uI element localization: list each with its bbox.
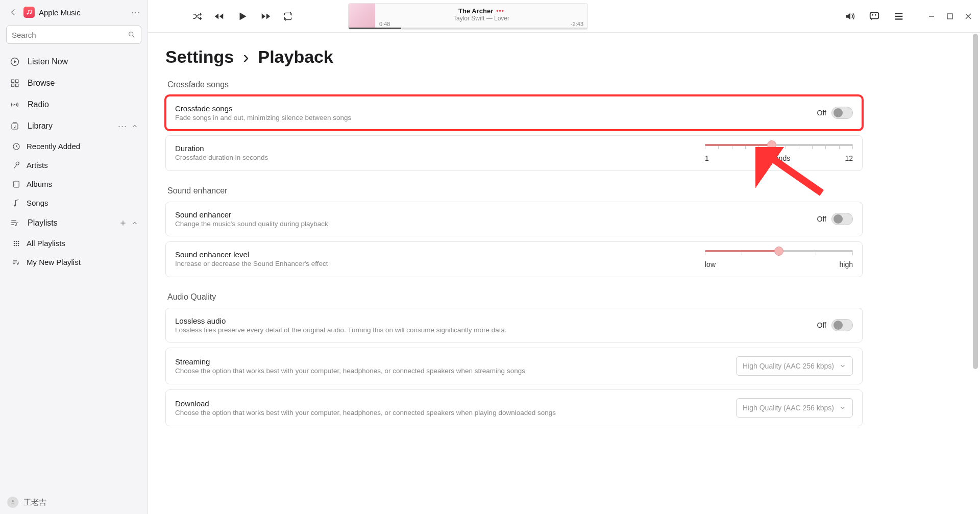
close-button[interactable] [965,13,972,20]
sidebar-item-library[interactable]: Library ··· [4,115,143,137]
sidebar-item-recently-added[interactable]: Recently Added [4,137,143,156]
remaining-time: -2:43 [571,21,583,27]
sidebar-item-browse[interactable]: Browse [4,72,143,94]
lossless-audio-row: Lossless audio Lossless files preserve e… [165,308,863,342]
app-logo-icon [23,7,35,18]
back-button[interactable] [7,6,19,18]
crossfade-toggle[interactable] [831,107,853,119]
svg-line-14 [14,164,17,168]
svg-point-24 [16,240,17,242]
sidebar-item-label: Radio [28,100,49,109]
library-more-button[interactable]: ··· [118,121,127,132]
row-title: Streaming [175,357,726,366]
svg-point-1 [30,13,32,14]
download-quality-row: Download Choose the option that works be… [165,389,863,426]
svg-rect-10 [12,124,18,130]
sidebar-item-radio[interactable]: Radio [4,94,143,115]
search-input[interactable] [12,31,128,39]
row-description: Change the music's sound quality during … [175,220,807,228]
download-quality-select[interactable]: High Quality (AAC 256 kbps) [736,398,853,418]
lyrics-button[interactable] [869,11,880,22]
duration-slider[interactable] [705,144,853,146]
radio-icon [9,99,20,110]
sidebar: Apple Music ··· Listen Now Browse Ra [0,0,148,514]
now-playing[interactable]: The Archer ••• Taylor Swift — Lover 0:48… [348,3,588,30]
topbar: The Archer ••• Taylor Swift — Lover 0:48… [148,0,980,33]
toggle-state-label: Off [817,321,826,329]
slider-min-label: 1 [705,154,709,162]
toggle-state-label: Off [817,109,826,117]
svg-line-3 [133,36,134,37]
svg-point-9 [14,104,16,106]
next-button[interactable] [260,11,272,22]
user-account[interactable]: 王老吉 [0,491,148,514]
shuffle-button[interactable] [192,11,202,21]
album-art [349,4,375,30]
chevron-up-icon[interactable] [131,219,138,227]
row-description: Lossless files preserve every detail of … [175,326,807,334]
svg-point-31 [18,244,19,246]
add-playlist-button[interactable] [119,219,127,227]
svg-rect-42 [947,14,952,19]
minimize-button[interactable] [928,13,935,20]
sidebar-item-label: Playlists [28,218,58,228]
maximize-button[interactable] [946,13,953,20]
enhancer-slider[interactable] [705,250,853,252]
sidebar-item-label: All Playlists [27,239,65,248]
svg-point-26 [14,242,15,244]
svg-point-36 [12,500,14,502]
svg-point-30 [16,244,17,246]
sidebar-item-playlists[interactable]: Playlists [4,212,143,234]
sidebar-item-albums[interactable]: Albums [4,175,143,193]
sidebar-item-label: Library [28,121,53,131]
main: The Archer ••• Taylor Swift — Lover 0:48… [148,0,980,514]
user-avatar-icon [7,497,18,508]
streaming-quality-select[interactable]: High Quality (AAC 256 kbps) [736,356,853,376]
row-description: Choose the option that works best with y… [175,409,726,417]
svg-rect-8 [16,84,18,87]
play-button[interactable] [236,10,249,23]
lossless-toggle[interactable] [831,319,853,331]
sidebar-item-label: Albums [27,180,52,188]
sidebar-item-all-playlists[interactable]: All Playlists [4,234,143,253]
sidebar-item-label: Artists [27,161,48,169]
svg-rect-15 [14,181,19,187]
arrow-left-icon [9,8,17,16]
now-playing-more-button[interactable]: ••• [496,8,504,15]
enhancer-level-row: Sound enhancer level Increase or decreas… [165,241,863,277]
sidebar-item-songs[interactable]: Songs [4,193,143,212]
svg-point-25 [18,240,19,242]
volume-button[interactable] [844,11,855,22]
queue-button[interactable] [893,11,904,22]
svg-point-29 [14,244,15,246]
svg-point-0 [27,13,29,15]
streaming-quality-row: Streaming Choose the option that works b… [165,348,863,384]
section-title-crossfade: Crossfade songs [167,80,863,89]
section-title-enhancer: Sound enhancer [167,186,863,195]
slider-max-label: high [840,260,853,268]
sidebar-item-label: Recently Added [27,142,80,151]
breadcrumb: Settings › Playback [165,47,863,67]
progress-bar[interactable] [349,28,587,29]
slider-min-label: low [705,260,716,268]
enhancer-toggle[interactable] [831,213,853,225]
search-box[interactable] [6,26,141,44]
row-title: Lossless audio [175,316,807,325]
scrollbar[interactable] [972,34,979,513]
previous-button[interactable] [213,11,225,22]
app-more-button[interactable]: ··· [131,7,140,18]
sidebar-item-listen-now[interactable]: Listen Now [4,51,143,72]
play-circle-icon [9,56,20,67]
toggle-state-label: Off [817,215,826,223]
crossfade-songs-row: Crossfade songs Fade songs in and out, m… [165,95,863,130]
row-title: Download [175,399,726,408]
repeat-button[interactable] [283,11,293,21]
sidebar-item-my-new-playlist[interactable]: My New Playlist [4,253,143,272]
svg-rect-6 [16,80,18,82]
slider-max-label: 12 [845,154,853,162]
clock-icon [11,141,21,152]
chevron-up-icon[interactable] [131,123,138,130]
breadcrumb-root[interactable]: Settings [165,47,234,67]
sidebar-item-artists[interactable]: Artists [4,156,143,175]
select-value: High Quality (AAC 256 kbps) [743,362,834,370]
